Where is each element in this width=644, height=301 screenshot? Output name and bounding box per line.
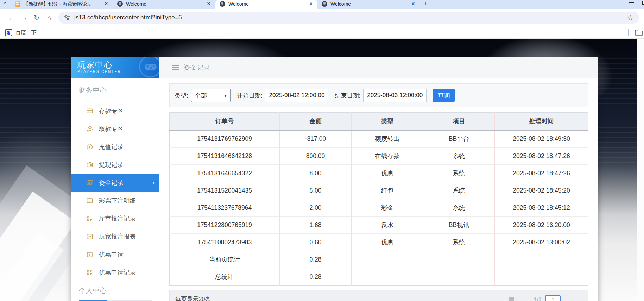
sidebar-item-gift-apply[interactable]: 优惠申请: [71, 245, 159, 263]
table-cell: -817.00: [280, 130, 352, 148]
sidebar-item-board-list[interactable]: 优惠申请记录: [71, 263, 159, 281]
hamburger-menu-icon[interactable]: [172, 65, 179, 70]
table-cell: 当前页统计: [170, 251, 280, 268]
cash-notes-icon: [86, 179, 93, 186]
query-button[interactable]: 查询: [433, 89, 455, 102]
table-body: 1754131769762909-817.00额度转出BB平台2025-08-0…: [170, 130, 588, 286]
menu-item-label: 优惠申请记录: [99, 268, 136, 277]
menu-item-label: 优惠申请: [99, 250, 124, 259]
home-button[interactable]: ⌂: [43, 14, 56, 22]
start-date-input[interactable]: [265, 89, 328, 102]
type-select[interactable]: 全部 ▾: [191, 89, 231, 102]
chevron-down-icon: ▾: [224, 93, 227, 98]
menu-item-label: 资金记录: [99, 178, 124, 187]
hand-coin-icon: [86, 125, 93, 132]
forum-doc-icon: [15, 1, 20, 7]
table-cell: 优惠: [352, 165, 423, 182]
browser-tab[interactable]: Welcome ✕: [113, 0, 215, 9]
menu-item-label: 充值记录: [99, 143, 124, 151]
browser-tab[interactable]: Welcome ✕: [317, 0, 419, 9]
page-viewport: 玩家中心 PLAYERS CENTER 财务中心 存款专区: [0, 39, 644, 301]
table-cell: BB视讯: [423, 217, 495, 234]
table-cell: [352, 268, 423, 286]
table-row: 1754131646642128800.00在线存款系统2025-08-02 1…: [170, 148, 588, 165]
summary-row: 总统计0.28: [170, 268, 588, 286]
baidu-favicon: [5, 29, 12, 36]
sidebar-item-list-doc[interactable]: 彩票下注明细: [71, 192, 159, 209]
table-row: 17541132376789642.00彩金系统2025-08-02 18:45…: [170, 199, 588, 217]
window-controls: [629, 0, 644, 9]
sidebar-banner: 玩家中心 PLAYERS CENTER: [71, 57, 159, 78]
list-doc-icon: [86, 197, 93, 204]
table-cell: 2025-08-02 18:47:26: [495, 165, 588, 182]
section-label-finance: 财务中心: [79, 86, 152, 95]
pagination-icon[interactable]: [509, 297, 514, 301]
address-bar[interactable]: js13.cc/hhcp/usercenter.html?iniType=6 ☆: [58, 12, 639, 24]
menu-item-label: 存款专区: [99, 107, 124, 115]
browser-tab[interactable]: Welcome ✕: [215, 0, 317, 9]
table-cell: [495, 268, 588, 286]
tab-strip: 【新提醒】积分 - 海燕策略论坛 ✕ Welcome ✕ Welcome ✕ W…: [11, 0, 419, 9]
new-tab-button[interactable]: +: [424, 1, 427, 7]
sidebar-item-hand-coin[interactable]: 取款专区: [71, 120, 159, 138]
table-row: 1754131769762909-817.00额度转出BB平台2025-08-0…: [170, 130, 588, 148]
table-cell: 5.00: [280, 182, 352, 199]
chevron-down-icon[interactable]: ⌄: [3, 0, 7, 5]
scrollbar-track[interactable]: [637, 39, 644, 301]
start-date-label: 开始日期:: [237, 92, 263, 100]
page-title: 资金记录: [184, 63, 210, 72]
tab-title: 【新提醒】积分 - 海燕策略论坛: [24, 1, 101, 7]
table-cell: 1754110802473983: [170, 234, 280, 251]
back-button[interactable]: ←: [5, 14, 18, 22]
table-cell: 1754131646654322: [170, 165, 280, 182]
bookmark-star-icon[interactable]: ☆: [627, 13, 633, 22]
column-header: 订单号: [170, 113, 280, 130]
section-divider: [79, 300, 152, 301]
table-cell: 系统: [423, 182, 495, 199]
table-cell: BB平台: [423, 130, 495, 148]
sidebar-item-board-list[interactable]: 厅室投注记录: [71, 209, 159, 227]
forward-button[interactable]: →: [18, 14, 30, 22]
table-cell: 1.68: [280, 217, 352, 234]
pagination: 1/1: [509, 295, 582, 301]
maximize-button[interactable]: [642, 1, 644, 5]
tab-bar: ⌄ 【新提醒】积分 - 海燕策略论坛 ✕ Welcome ✕ Welcome ✕…: [0, 0, 644, 9]
sidebar-item-bank-card[interactable]: 存款专区: [71, 102, 159, 120]
column-header: 处理时间: [495, 113, 588, 130]
site-settings-icon[interactable]: [64, 15, 70, 21]
sidebar-item-cash-notes[interactable]: 资金记录 ›: [71, 174, 159, 192]
sidebar-section-finance: 财务中心: [71, 86, 159, 100]
end-date-input[interactable]: [363, 89, 427, 102]
close-icon[interactable]: ✕: [103, 1, 109, 7]
table-cell: [423, 268, 495, 286]
table-cell: 系统: [423, 199, 495, 217]
sidebar-item-wallet[interactable]: 提现记录: [71, 156, 159, 174]
reload-button[interactable]: ↻: [30, 14, 43, 22]
close-icon[interactable]: ✕: [308, 1, 314, 7]
close-icon[interactable]: ✕: [206, 1, 211, 7]
table-cell: 0.28: [280, 251, 352, 268]
minimize-button[interactable]: [629, 2, 634, 3]
shield-icon: [117, 1, 123, 7]
url-text[interactable]: js13.cc/hhcp/usercenter.html?iniType=6: [74, 14, 182, 21]
money-bag-icon: [86, 143, 93, 150]
table-cell: [423, 251, 495, 268]
summary-row: 当前页统计0.28: [170, 251, 588, 268]
table-footer: 每页显示20条 1/1: [169, 290, 588, 301]
page-size-text: 每页显示20条: [175, 295, 211, 301]
sidebar-item-money-bag[interactable]: 充值记录: [71, 138, 159, 156]
player-center-panel: 玩家中心 PLAYERS CENTER 财务中心 存款专区: [71, 57, 598, 301]
content-body: 类型: 全部 ▾ 开始日期: 结束日期: 查询: [159, 78, 598, 301]
table-cell: [352, 251, 423, 268]
bookmarks-bar: 百度一下: [0, 26, 644, 39]
page-number-input[interactable]: [545, 295, 561, 301]
chart-report-icon: [86, 233, 93, 240]
sidebar-item-chart-report[interactable]: 玩家投注报表: [71, 227, 159, 245]
bookmark-item-baidu[interactable]: 百度一下: [15, 29, 37, 36]
board-list-icon: [86, 215, 93, 222]
table-cell: 1754113237678964: [170, 199, 280, 217]
folder-icon[interactable]: [635, 30, 643, 36]
gamepad-graphic-icon: [133, 57, 159, 78]
close-icon[interactable]: ✕: [410, 1, 416, 7]
browser-tab[interactable]: 【新提醒】积分 - 海燕策略论坛 ✕: [11, 0, 113, 9]
